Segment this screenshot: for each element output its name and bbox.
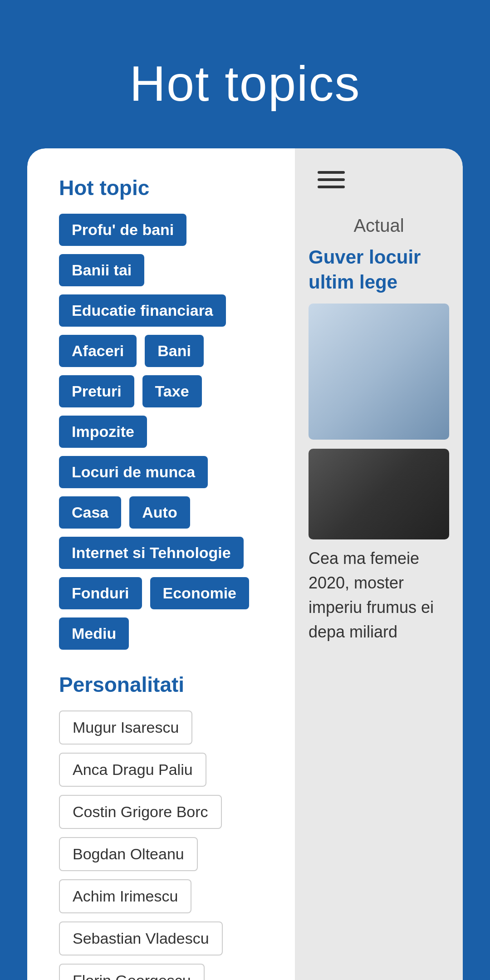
personalitati-tag[interactable]: Anca Dragu Paliu: [59, 753, 206, 787]
hot-topic-section: Hot topic Profu' de baniBanii taiEducati…: [59, 176, 272, 650]
hamburger-line-2: [318, 178, 345, 181]
hot-topic-tag[interactable]: Casa: [59, 496, 121, 529]
main-container: Hot topic Profu' de baniBanii taiEducati…: [27, 148, 463, 980]
hot-topic-tag[interactable]: Mediu: [59, 617, 129, 650]
hot-topic-tag[interactable]: Impozite: [59, 416, 147, 448]
right-panel: Actual Guver locuir ultim lege Cea ma fe…: [295, 148, 463, 980]
hot-topic-tag[interactable]: Afaceri: [59, 335, 137, 367]
right-article-headline: Guver locuir ultim lege: [309, 245, 449, 294]
hamburger-line-3: [318, 186, 345, 188]
hot-topic-tag[interactable]: Auto: [129, 496, 190, 529]
hot-topic-tags: Profu' de baniBanii taiEducatie financia…: [59, 214, 272, 650]
hot-topic-tag[interactable]: Taxe: [142, 375, 202, 407]
hot-topic-tag[interactable]: Locuri de munca: [59, 456, 208, 488]
hot-topic-tag[interactable]: Internet si Tehnologie: [59, 537, 244, 569]
personalitati-section: Personalitati Mugur IsarescuAnca Dragu P…: [59, 672, 272, 980]
personalitati-title: Personalitati: [59, 672, 272, 697]
hot-topic-tag[interactable]: Fonduri: [59, 577, 142, 609]
hamburger-button[interactable]: [309, 162, 354, 197]
right-article-text: Cea ma femeie 2020, moster imperiu frumu…: [309, 546, 449, 644]
left-panel: Hot topic Profu' de baniBanii taiEducati…: [27, 148, 295, 980]
hot-topic-tag[interactable]: Banii tai: [59, 254, 144, 286]
hot-topic-tag[interactable]: Profu' de bani: [59, 214, 186, 246]
actual-label: Actual: [309, 216, 449, 236]
hot-topic-tag[interactable]: Economie: [150, 577, 249, 609]
personalitati-tag[interactable]: Mugur Isarescu: [59, 710, 192, 745]
personalitati-tag[interactable]: Costin Grigore Borc: [59, 795, 222, 829]
hot-topic-tag[interactable]: Bani: [145, 335, 204, 367]
header: Hot topics: [0, 0, 490, 148]
hot-topic-tag[interactable]: Preturi: [59, 375, 134, 407]
hot-topic-title: Hot topic: [59, 176, 272, 200]
personalitati-tag[interactable]: Florin Georgescu: [59, 964, 205, 980]
right-article-image2: [309, 449, 449, 539]
personalitati-tags: Mugur IsarescuAnca Dragu PaliuCostin Gri…: [59, 710, 272, 980]
right-article-image: [309, 304, 449, 440]
hamburger-line-1: [318, 171, 345, 174]
page-title: Hot topics: [27, 54, 463, 112]
personalitati-tag[interactable]: Achim Irimescu: [59, 879, 191, 913]
hot-topic-tag[interactable]: Educatie financiara: [59, 294, 226, 327]
personalitati-tag[interactable]: Bogdan Olteanu: [59, 837, 198, 871]
personalitati-tag[interactable]: Sebastian Vladescu: [59, 921, 223, 956]
